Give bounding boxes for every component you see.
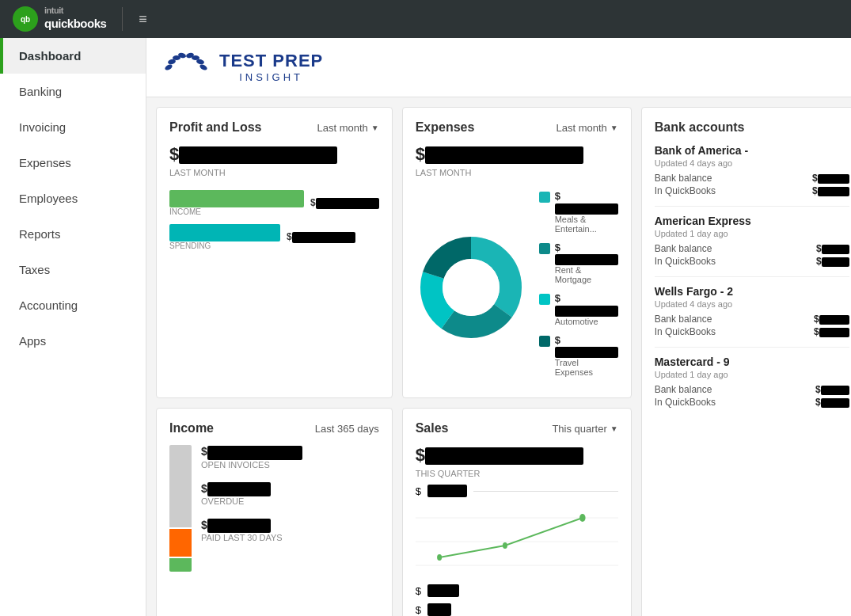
hamburger-menu[interactable]: ≡ [139, 11, 147, 28]
income-paid-segment [169, 558, 192, 572]
income-title: Income [169, 421, 214, 435]
profit-loss-dropdown-arrow: ▼ [371, 124, 379, 132]
expenses-title: Expenses [416, 120, 475, 135]
sidebar-item-dashboard[interactable]: Dashboard [0, 38, 146, 74]
income-bar-container [169, 190, 304, 207]
income-bar-label: INCOME [169, 207, 304, 216]
svg-text:qb: qb [21, 15, 30, 24]
profit-loss-filter[interactable]: Last month ▼ [317, 122, 378, 134]
svg-point-21 [579, 514, 586, 522]
expenses-filter[interactable]: Last month ▼ [556, 122, 617, 134]
mc-balance-row: Bank balance $ [655, 384, 849, 395]
sidebar-item-banking[interactable]: Banking [0, 74, 146, 109]
income-bar-group: $ OPEN INVOICES $ OVERDUE $ PAID LAST 30… [169, 445, 379, 572]
company-header: TEST PREP INSIGHT [146, 38, 851, 97]
spending-bar-container [169, 224, 280, 241]
quickbooks-logo[interactable]: qb intuit quickbooks [13, 6, 106, 32]
sidebar-item-expenses[interactable]: Expenses [0, 145, 146, 181]
income-header: Income Last 365 days [169, 421, 379, 435]
sales-line-chart [416, 502, 618, 581]
dashboard-grid: Profit and Loss Last month ▼ $ LAST MONT… [146, 97, 851, 616]
svg-point-2 [164, 63, 173, 71]
svg-point-6 [199, 63, 208, 71]
mc-books-row: In QuickBooks $ [655, 397, 849, 408]
bank-accounts-panel: Bank accounts Bank of America - Updated … [641, 107, 851, 616]
sidebar-item-employees[interactable]: Employees [0, 181, 146, 216]
nav-divider [122, 7, 123, 31]
laurel-icon [162, 48, 210, 87]
income-bar-solid [169, 190, 264, 207]
sales-card: Sales This quarter ▼ $ THIS QUARTER $ [402, 408, 632, 616]
income-open-invoices: $ OPEN INVOICES [201, 445, 379, 469]
amex-updated: Updated 1 day ago [655, 229, 849, 238]
income-filter[interactable]: Last 365 days [315, 423, 379, 435]
mc-updated: Updated 1 day ago [655, 370, 849, 379]
legend-color-auto [539, 294, 550, 305]
sales-row3: $ [416, 603, 618, 616]
qb-logo-icon: qb [13, 6, 38, 32]
income-overdue-segment [169, 529, 192, 557]
mc-name: Mastercard - 9 [655, 356, 849, 368]
spending-bar-label: SPENDING [169, 241, 280, 250]
sales-sublabel: THIS QUARTER [416, 469, 618, 478]
sidebar-item-invoicing[interactable]: Invoicing [0, 109, 146, 145]
sales-header: Sales This quarter ▼ [416, 421, 618, 435]
boa-name: Bank of America - [655, 144, 849, 157]
income-overdue: $ OVERDUE [201, 482, 379, 506]
legend-item-rent: $ Rent & Mortgage [539, 241, 618, 285]
boa-balance-row: Bank balance $ [655, 173, 849, 184]
expenses-dropdown-arrow: ▼ [610, 124, 618, 132]
boa-updated: Updated 4 days ago [655, 158, 849, 168]
profit-loss-sublabel: LAST MONTH [169, 168, 379, 177]
sidebar-item-accounting[interactable]: Accounting [0, 287, 146, 323]
income-card: Income Last 365 days $ O [156, 408, 393, 616]
qb-logo-text: intuit quickbooks [44, 6, 106, 32]
expenses-content: $ Meals & Entertain... $ Rent & Mortgage [416, 190, 618, 385]
sidebar-item-taxes[interactable]: Taxes [0, 252, 146, 287]
spending-bar-hatched [249, 224, 280, 241]
income-bar-amount: $ [310, 197, 379, 209]
expenses-card: Expenses Last month ▼ $ LAST MONTH [402, 107, 632, 398]
profit-loss-title: Profit and Loss [169, 120, 261, 135]
legend-item-meals: $ Meals & Entertain... [539, 190, 618, 234]
legend-text-travel: $ Travel Expenses [555, 334, 618, 378]
sales-filter[interactable]: This quarter ▼ [552, 423, 617, 435]
income-bar-hatched [264, 190, 304, 207]
profit-loss-amount: $ [169, 144, 379, 165]
income-open-segment [169, 445, 192, 527]
spending-bar-solid [169, 224, 249, 241]
sales-dropdown-arrow: ▼ [610, 424, 618, 433]
profit-loss-amount-redacted [179, 146, 337, 164]
amex-name: American Express [655, 215, 849, 227]
amex-balance-row: Bank balance $ [655, 243, 849, 254]
legend-color-meals [539, 192, 550, 203]
main-layout: Dashboard Banking Invoicing Expenses Emp… [0, 38, 851, 616]
income-bar-row: INCOME $ [169, 190, 379, 216]
profit-loss-card: Profit and Loss Last month ▼ $ LAST MONT… [156, 107, 393, 398]
spending-amount-redacted [292, 232, 355, 243]
sales-title: Sales [416, 421, 449, 435]
expenses-amount: $ [416, 144, 618, 165]
legend-item-auto: $ Automotive [539, 292, 618, 326]
bank-account-boa: Bank of America - Updated 4 days ago Ban… [655, 144, 849, 207]
sidebar-item-reports[interactable]: Reports [0, 216, 146, 252]
wf-name: Wells Fargo - 2 [655, 285, 849, 298]
sales-row2: $ [416, 584, 618, 597]
svg-point-19 [437, 554, 442, 561]
bank-account-wf: Wells Fargo - 2 Updated 4 days ago Bank … [655, 285, 849, 348]
expenses-amount-redacted [425, 146, 583, 164]
sales-amount-redacted [425, 447, 583, 465]
amex-books-row: In QuickBooks $ [655, 256, 849, 267]
legend-text-auto: $ Automotive [555, 292, 618, 326]
wf-balance-row: Bank balance $ [655, 314, 849, 325]
income-amount-redacted [316, 198, 379, 209]
legend-text-rent: $ Rent & Mortgage [555, 241, 618, 285]
company-name-line1: TEST PREP [219, 51, 323, 70]
spending-bar-row: SPENDING $ [169, 224, 379, 250]
sales-svg [416, 502, 618, 581]
wf-books-row: In QuickBooks $ [655, 326, 849, 337]
main-content: TEST PREP INSIGHT Profit and Loss Last m… [146, 38, 851, 616]
sidebar-item-apps[interactable]: Apps [0, 323, 146, 359]
legend-item-travel: $ Travel Expenses [539, 334, 618, 378]
legend-color-travel [539, 336, 550, 347]
